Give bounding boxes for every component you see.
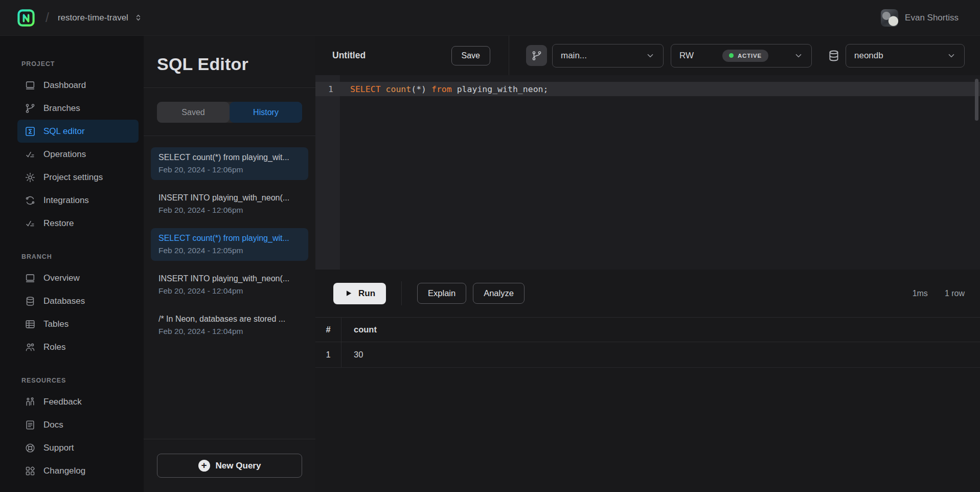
duration-value: 1ms	[913, 289, 928, 298]
page-title: SQL Editor	[157, 54, 302, 74]
database-select-value: neondb	[854, 51, 883, 61]
history-list: SELECT count(*) from playing_wit...Feb 2…	[144, 136, 315, 439]
history-timestamp: Feb 20, 2024 - 12:06pm	[158, 206, 301, 215]
settings-icon	[25, 172, 36, 183]
history-item[interactable]: SELECT count(*) from playing_wit...Feb 2…	[151, 147, 308, 180]
history-item[interactable]: INSERT INTO playing_with_neon(...Feb 20,…	[151, 188, 308, 220]
chevron-down-icon	[646, 51, 655, 60]
sidebar-item-label: Project settings	[43, 172, 103, 183]
databases-icon	[25, 296, 36, 307]
saved-history-tabs: Saved History	[157, 102, 302, 123]
code-token-plain: (*)	[411, 84, 426, 94]
sidebar-item-roles[interactable]: Roles	[17, 336, 139, 359]
sidebar-item-overview[interactable]: Overview	[17, 266, 139, 289]
avatar	[881, 9, 898, 27]
sidebar-item-restore[interactable]: Restore	[17, 212, 139, 235]
sidebar-item-support[interactable]: Support	[17, 436, 139, 459]
editor-scrollbar[interactable]	[975, 79, 978, 121]
code-token-function: count	[386, 84, 412, 94]
explain-button[interactable]: Explain	[417, 283, 466, 304]
history-query-text: SELECT count(*) from playing_wit...	[158, 153, 301, 162]
changelog-icon	[25, 465, 36, 477]
sidebar-item-label: Operations	[43, 149, 86, 160]
panel-footer: + New Query	[144, 439, 315, 492]
neon-logo-icon[interactable]	[17, 9, 35, 27]
new-query-label: New Query	[216, 461, 261, 471]
actions-divider	[401, 281, 402, 305]
history-timestamp: Feb 20, 2024 - 12:06pm	[158, 165, 301, 174]
sidebar-item-changelog[interactable]: Changelog	[17, 459, 139, 482]
branches-icon	[25, 103, 36, 114]
sidebar-item-dashboard[interactable]: Dashboard	[17, 74, 139, 97]
nav-section-label: BRANCH	[0, 253, 144, 260]
user-menu[interactable]: Evan Shortiss	[881, 9, 959, 27]
integrations-icon	[25, 195, 36, 206]
sidebar-item-label: Integrations	[43, 195, 89, 206]
history-timestamp: Feb 20, 2024 - 12:05pm	[158, 246, 301, 255]
results-row-number: 1	[315, 342, 341, 367]
branch-select[interactable]: main...	[552, 44, 664, 68]
query-title[interactable]: Untitled	[332, 50, 366, 61]
roles-icon	[25, 342, 36, 353]
compute-select[interactable]: RW ACTIVE	[671, 44, 812, 68]
query-stats: 1ms 1 row	[913, 289, 965, 298]
project-switcher-icon[interactable]	[134, 13, 143, 22]
history-query-text: INSERT INTO playing_with_neon(...	[158, 193, 301, 203]
analyze-button[interactable]: Analyze	[473, 283, 525, 304]
restore-icon	[25, 218, 36, 229]
row-count-value: 1 row	[945, 289, 965, 298]
top-bar: / restore-time-travel Evan Shortiss	[0, 0, 980, 36]
sidebar-item-label: Restore	[43, 218, 74, 229]
sidebar-item-sql-editor[interactable]: SQL editor	[17, 120, 139, 143]
database-select[interactable]: neondb	[846, 44, 965, 68]
sidebar-item-label: Feedback	[43, 397, 82, 407]
active-dot-icon	[729, 53, 734, 58]
history-item[interactable]: SELECT count(*) from playing_wit...Feb 2…	[151, 228, 308, 261]
sidebar-item-docs[interactable]: Docs	[17, 413, 139, 436]
active-code-line[interactable]: 1 SELECT count(*) from playing_with_neon…	[315, 82, 980, 96]
panel-header: SQL Editor	[144, 36, 315, 88]
sidebar-item-label: Dashboard	[43, 80, 86, 91]
history-item[interactable]: /* In Neon, databases are stored ...Feb …	[151, 309, 308, 342]
tabs-container: Saved History	[144, 88, 315, 136]
sidebar-item-tables[interactable]: Tables	[17, 312, 139, 336]
results-row[interactable]: 130	[315, 342, 980, 368]
sidebar-item-label: Changelog	[43, 466, 85, 476]
editor-gutter	[315, 75, 340, 270]
actions-row: Run Explain Analyze 1ms 1 row	[315, 270, 980, 317]
history-query-text: INSERT INTO playing_with_neon(...	[158, 274, 301, 283]
code-editor[interactable]: 1 SELECT count(*) from playing_with_neon…	[315, 75, 980, 270]
nav-section: BRANCHOverviewDatabasesTablesRoles	[0, 253, 144, 359]
nav-section-label: PROJECT	[0, 60, 144, 68]
results-cell: 30	[341, 342, 363, 367]
sidebar-item-feedback[interactable]: Feedback	[17, 390, 139, 413]
editor-area: Untitled Save main... RW ACTIVE	[315, 36, 980, 492]
code-token-plain	[381, 84, 386, 94]
sidebar-item-label: Branches	[43, 103, 80, 114]
sidebar-item-databases[interactable]: Databases	[17, 289, 139, 312]
user-name: Evan Shortiss	[905, 13, 959, 23]
database-icon	[827, 49, 840, 62]
sql-editor-icon	[25, 126, 36, 137]
dashboard-icon	[25, 80, 36, 91]
editor-toolbar: Untitled Save main... RW ACTIVE	[315, 36, 980, 75]
history-item[interactable]: INSERT INTO playing_with_neon(...Feb 20,…	[151, 269, 308, 301]
sidebar-item-branches[interactable]: Branches	[17, 97, 139, 120]
history-query-text: SELECT count(*) from playing_wit...	[158, 234, 301, 243]
history-timestamp: Feb 20, 2024 - 12:04pm	[158, 286, 301, 296]
code-token-keyword: SELECT	[350, 84, 381, 94]
play-icon	[344, 289, 353, 298]
results-header-row: #count	[315, 317, 980, 342]
tab-saved[interactable]: Saved	[157, 102, 230, 123]
sidebar: PROJECTDashboardBranchesSQL editorOperat…	[0, 36, 144, 492]
sidebar-item-project-settings[interactable]: Project settings	[17, 166, 139, 189]
new-query-button[interactable]: + New Query	[157, 454, 302, 478]
breadcrumb-project-name[interactable]: restore-time-travel	[58, 13, 128, 23]
sidebar-item-operations[interactable]: Operations	[17, 143, 139, 166]
run-button[interactable]: Run	[333, 283, 386, 304]
sidebar-item-integrations[interactable]: Integrations	[17, 189, 139, 212]
sidebar-item-label: Docs	[43, 420, 63, 430]
tab-history[interactable]: History	[230, 102, 302, 123]
nav-section-label: RESOURCES	[0, 377, 144, 384]
save-button[interactable]: Save	[451, 46, 490, 65]
